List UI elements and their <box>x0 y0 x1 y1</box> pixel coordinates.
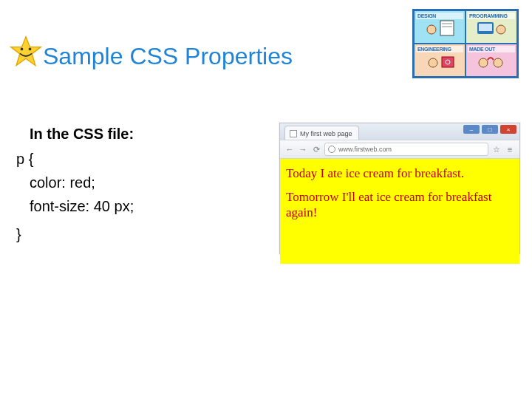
comic-panel-engineering: ENGINEERING <box>414 44 466 77</box>
svg-point-7 <box>429 58 437 67</box>
comic-panel-label: MADE OUT <box>468 46 515 52</box>
slide: DESIGN PROGRAMMING ENGINEERING <box>0 0 532 399</box>
globe-icon <box>328 146 335 153</box>
code-line-selector: p { <box>16 147 267 171</box>
address-bar-text: www.firstweb.com <box>338 146 392 153</box>
browser-mock: My first web page – □ × ← → ⟳ www.firstw… <box>279 123 520 254</box>
comic-panel-label: PROGRAMMING <box>468 13 515 19</box>
star-bullet-icon <box>9 35 43 69</box>
svg-point-10 <box>479 58 488 67</box>
svg-point-6 <box>497 25 505 34</box>
menu-button[interactable]: ≡ <box>505 144 515 154</box>
browser-tab-title: My first web page <box>300 130 352 137</box>
code-line-prop: font-size: 40 px; <box>30 194 267 218</box>
page-paragraph: Tomorrow I'll eat ice cream for breakfas… <box>286 190 514 220</box>
window-max-button[interactable]: □ <box>482 125 498 134</box>
code-heading: In the CSS file: <box>30 122 267 146</box>
browser-viewport: Today I ate ice cream for breakfast. Tom… <box>280 159 519 264</box>
back-button[interactable]: ← <box>284 144 295 154</box>
comic-panel-design: DESIGN <box>414 10 466 44</box>
svg-point-0 <box>427 25 436 34</box>
comic-panel-label: DESIGN <box>416 13 463 19</box>
comic-panel-programming: PROGRAMMING <box>466 10 517 44</box>
comic-panel-made-out: MADE OUT <box>466 44 517 77</box>
comic-art-icon <box>421 16 458 38</box>
svg-point-13 <box>21 48 24 51</box>
comic-art-icon <box>473 50 510 72</box>
svg-rect-5 <box>479 24 492 31</box>
window-min-button[interactable]: – <box>463 125 480 134</box>
corner-comic: DESIGN PROGRAMMING ENGINEERING <box>412 9 519 78</box>
comic-panel-label: ENGINEERING <box>416 46 463 52</box>
svg-point-11 <box>494 58 502 67</box>
browser-toolbar: ← → ⟳ www.firstweb.com ☆ ≡ <box>280 140 519 159</box>
bookmark-button[interactable]: ☆ <box>491 144 502 154</box>
svg-point-14 <box>29 48 32 51</box>
forward-button[interactable]: → <box>298 144 308 154</box>
favicon-icon <box>290 130 297 137</box>
css-code-block: In the CSS file: p { color: red; font-si… <box>16 122 267 246</box>
slide-title: Sample CSS Properties <box>43 43 293 70</box>
browser-tabstrip: My first web page – □ × <box>280 123 519 140</box>
code-line-close: } <box>16 222 267 246</box>
code-line-prop: color: red; <box>30 171 267 194</box>
browser-tab[interactable]: My first web page <box>284 126 359 140</box>
comic-art-icon <box>421 50 458 72</box>
svg-marker-12 <box>11 37 41 66</box>
reload-button[interactable]: ⟳ <box>311 144 321 154</box>
window-close-button[interactable]: × <box>500 125 516 134</box>
page-paragraph: Today I ate ice cream for breakfast. <box>286 166 514 181</box>
address-bar[interactable]: www.firstweb.com <box>324 143 488 156</box>
comic-art-icon <box>473 16 510 38</box>
window-controls: – □ × <box>463 125 516 134</box>
svg-rect-8 <box>442 57 454 67</box>
svg-rect-1 <box>440 21 454 35</box>
